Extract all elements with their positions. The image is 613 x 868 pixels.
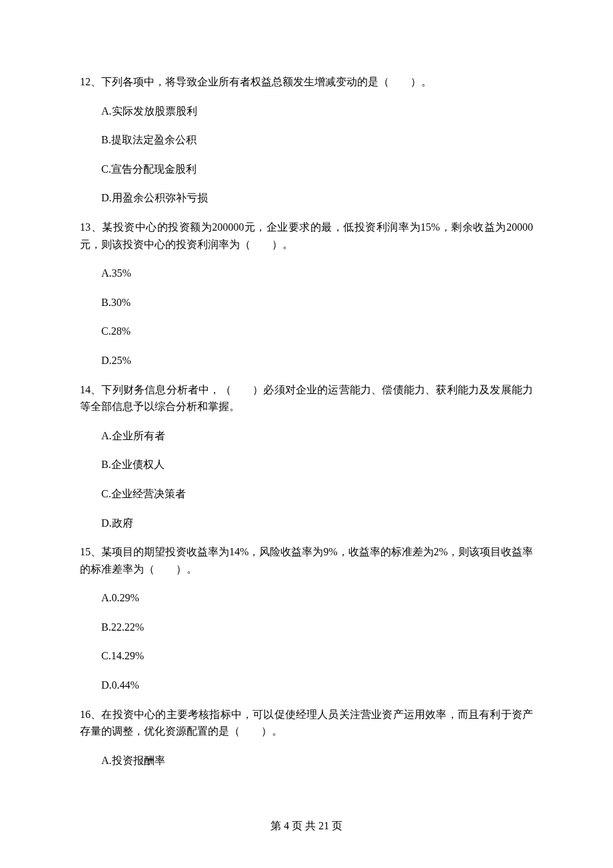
question-13-option-d: D.25% [101, 352, 533, 369]
question-13-option-c: C.28% [101, 323, 533, 340]
question-12-options: A.实际发放股票股利 B.提取法定盈余公积 C.宣告分配现金股利 D.用盈余公积… [80, 103, 533, 207]
question-12-option-c: C.宣告分配现金股利 [101, 161, 533, 178]
question-16-options: A.投资报酬率 [80, 752, 533, 769]
question-14-stem: 14、下列财务信息分析者中，（ ）必须对企业的运营能力、偿债能力、获利能力及发展… [80, 381, 533, 415]
question-12-option-b: B.提取法定盈余公积 [101, 131, 533, 149]
question-15-option-c: C.14.29% [101, 647, 533, 665]
question-12-stem: 12、下列各项中，将导致企业所有者权益总额发生增减变动的是（ ）。 [80, 73, 533, 91]
question-14-option-b: B.企业债权人 [101, 456, 533, 473]
question-15-stem: 15、某项目的期望投资收益率为14%，风险收益率为9%，收益率的标准差为2%，则… [80, 543, 533, 577]
question-16-option-a: A.投资报酬率 [101, 752, 533, 769]
question-12-option-d: D.用盈余公积弥补亏损 [101, 189, 533, 207]
question-16-stem: 16、在投资中心的主要考核指标中，可以促使经理人员关注营业资产运用效率，而且有利… [80, 706, 533, 740]
question-13-option-b: B.30% [101, 294, 533, 311]
question-13-stem: 13、某投资中心的投资额为200000元，企业要求的最，低投资利润率为15%，剩… [80, 219, 533, 253]
question-14-option-c: C.企业经营决策者 [101, 485, 533, 503]
question-12-option-a: A.实际发放股票股利 [101, 103, 533, 120]
question-15-options: A.0.29% B.22.22% C.14.29% D.0.44% [80, 589, 533, 693]
page-content: 12、下列各项中，将导致企业所有者权益总额发生增减变动的是（ ）。 A.实际发放… [0, 0, 613, 769]
question-15-option-d: D.0.44% [101, 677, 533, 694]
question-14-option-d: D.政府 [101, 515, 533, 532]
question-14-option-a: A.企业所有者 [101, 427, 533, 445]
question-13-option-a: A.35% [101, 265, 533, 282]
question-14-options: A.企业所有者 B.企业债权人 C.企业经营决策者 D.政府 [80, 427, 533, 531]
page-footer: 第 4 页 共 21 页 [0, 817, 613, 835]
question-15-option-a: A.0.29% [101, 589, 533, 607]
question-15-option-b: B.22.22% [101, 619, 533, 636]
question-13-options: A.35% B.30% C.28% D.25% [80, 265, 533, 369]
